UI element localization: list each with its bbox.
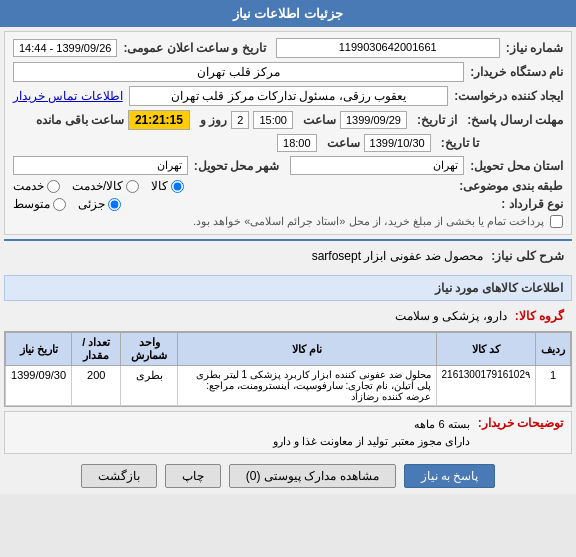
radio-kala-khedmat[interactable]: کالا/خدمت xyxy=(72,179,139,193)
buyer-name-value: مرکز قلب تهران xyxy=(13,62,464,82)
radio-kala-khedmat-label: کالا/خدمت xyxy=(72,179,123,193)
col-row: ردیف xyxy=(536,333,571,366)
radio-motavasset-input[interactable] xyxy=(53,198,66,211)
payment-checkbox-label: پرداخت تمام یا بخشی از مبلغ خرید، از محل… xyxy=(193,215,544,228)
print-button[interactable]: چاپ xyxy=(165,464,221,488)
radio-motavasset[interactable]: متوسط xyxy=(13,197,66,211)
col-date: تاریخ نیاز xyxy=(6,333,72,366)
cell-qty: 200 xyxy=(72,366,121,406)
deadline-remaining: 21:21:15 xyxy=(128,110,190,130)
need-info-label: اطلاعات کالاهای مورد نیاز xyxy=(435,281,563,295)
deadline-time2: 18:00 xyxy=(277,134,317,152)
page-title: جزئیات اطلاعات نیاز xyxy=(233,6,343,21)
need-number-label: شماره نیاز: xyxy=(506,41,563,55)
back-button[interactable]: بازگشت xyxy=(81,464,157,488)
radio-khedmat[interactable]: خدمت xyxy=(13,179,60,193)
group-label: گروه کالا: xyxy=(515,309,564,323)
payment-checkbox[interactable] xyxy=(550,215,563,228)
buyer-name-label: نام دستگاه خریدار: xyxy=(470,65,563,79)
province-label: استان محل تحویل: xyxy=(470,159,563,173)
deadline-date1: 1399/09/29 xyxy=(340,111,407,129)
deadline-date2: 1399/10/30 xyxy=(364,134,431,152)
radio-motavasset-label: متوسط xyxy=(13,197,50,211)
deadline-time1: 15:00 xyxy=(253,111,293,129)
radio-kala-khedmat-input[interactable] xyxy=(126,180,139,193)
notes-text: بسته 6 ماهه دارای مجوز معتبر تولید از مع… xyxy=(273,416,469,449)
deadline-time2-label: ساعت xyxy=(327,136,360,150)
cell-date: 1399/09/30 xyxy=(6,366,72,406)
notes-header: توضیحات خریدار: xyxy=(478,416,563,430)
radio-jozei-label: جزئی xyxy=(78,197,105,211)
cell-unit: بطری xyxy=(121,366,178,406)
desc-value: محصول ضد عفونی ابزار sarfosept xyxy=(12,249,483,263)
col-name: نام کالا xyxy=(177,333,436,366)
radio-kala-label: کالا xyxy=(151,179,168,193)
city-label: شهر محل تحویل: xyxy=(194,159,280,173)
need-number-value: 1199030642001661 xyxy=(276,38,500,58)
radio-khedmat-label: خدمت xyxy=(13,179,44,193)
col-qty: تعداد / مقدار xyxy=(72,333,121,366)
city-value: تهران xyxy=(13,156,188,175)
deadline-days: 2 xyxy=(231,111,249,129)
radio-kala[interactable]: کالا xyxy=(151,179,184,193)
deadline-days-label: روز و xyxy=(200,113,227,127)
radio-khedmat-input[interactable] xyxy=(47,180,60,193)
radio-jozei[interactable]: جزئی xyxy=(78,197,121,211)
deadline-time1-label: ساعت xyxy=(303,113,336,127)
order-type-label: نوع قرارداد : xyxy=(501,197,563,211)
radio-kala-input[interactable] xyxy=(171,180,184,193)
table-row: 1 216130017916102۹ محلول ضد عفونی کننده … xyxy=(6,366,571,406)
cell-name: محلول ضد عفونی کننده ابزار کاربرد پزشکی … xyxy=(177,366,436,406)
products-table: ردیف کد کالا نام کالا واحد شمارش تعداد /… xyxy=(4,331,572,407)
create-org-value: یعقوب رزقی، مسئول تدارکات مرکز قلب تهران xyxy=(129,86,449,106)
page-header: جزئیات اطلاعات نیاز xyxy=(0,0,576,27)
create-org-label: ایجاد کننده درخواست: xyxy=(454,89,563,103)
desc-label: شرح کلی نیاز: xyxy=(491,249,564,263)
deadline-to-label: تا تاریخ: xyxy=(441,136,479,150)
notes-section: توضیحات خریدار: بسته 6 ماهه دارای مجوز م… xyxy=(4,411,572,454)
contract-type-label: طبقه بندی موضوعی: xyxy=(459,179,563,193)
group-value: دارو، پزشکی و سلامت xyxy=(395,309,507,323)
order-type-group: جزئی متوسط xyxy=(13,197,121,211)
deadline-label: مهلت ارسال پاسخ: xyxy=(467,113,563,127)
contract-type-group: کالا کالا/خدمت خدمت xyxy=(13,179,184,193)
province-value: تهران xyxy=(290,156,465,175)
cell-code: 216130017916102۹ xyxy=(436,366,535,406)
date-announce-value: 1399/09/26 - 14:44 xyxy=(13,39,117,57)
button-bar: پاسخ به نیاز مشاهده مدارک پیوستی (0) چاپ… xyxy=(0,458,576,494)
deadline-remaining-label: ساعت باقی مانده xyxy=(36,113,124,127)
view-docs-button[interactable]: مشاهده مدارک پیوستی (0) xyxy=(229,464,396,488)
deadline-from-label: از تاریخ: xyxy=(417,113,457,127)
col-code: کد کالا xyxy=(436,333,535,366)
date-announce-label: تاریخ و ساعت اعلان عمومی: xyxy=(123,41,265,55)
cell-row: 1 xyxy=(536,366,571,406)
reply-button[interactable]: پاسخ به نیاز xyxy=(404,464,496,488)
col-unit: واحد شمارش xyxy=(121,333,178,366)
contact-info-link[interactable]: اطلاعات تماس خریدار xyxy=(13,89,123,103)
radio-jozei-input[interactable] xyxy=(108,198,121,211)
